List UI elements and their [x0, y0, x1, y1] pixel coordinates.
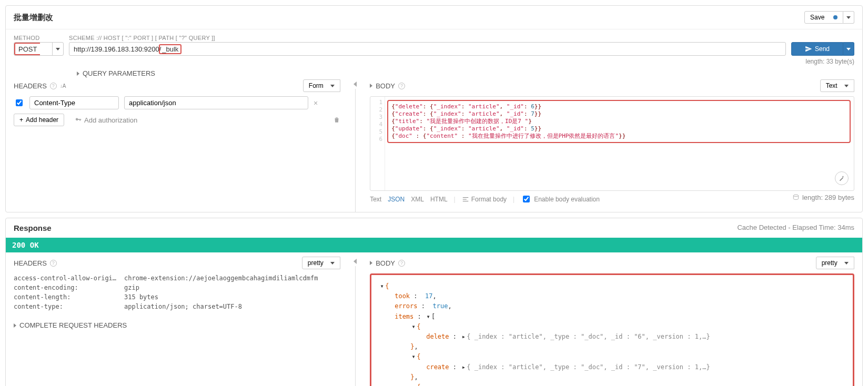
body-length-note: length: 289 bytes	[792, 194, 854, 201]
enable-eval-checkbox[interactable]	[523, 196, 530, 202]
header-enabled-checkbox[interactable]	[16, 99, 23, 106]
save-button[interactable]: Save	[804, 11, 843, 24]
pretty-label: pretty	[308, 259, 324, 267]
chevron-right-icon[interactable]	[370, 261, 372, 265]
save-button-group: Save	[804, 11, 854, 24]
svg-point-0	[793, 195, 798, 197]
resp-body-label: BODY	[376, 259, 395, 267]
header-value-input[interactable]	[124, 96, 308, 109]
save-dropdown-button[interactable]	[843, 11, 854, 24]
response-body-section: BODY ? pretty ▾{ took : 17, errors : tru…	[362, 257, 862, 386]
send-icon	[805, 45, 812, 53]
headers-label: HEADERS	[14, 82, 47, 90]
text-mode-label: Text	[826, 82, 837, 89]
help-icon[interactable]: ?	[398, 260, 405, 267]
method-label: METHOD	[14, 35, 64, 41]
request-title: 批量增删改	[14, 13, 53, 23]
tab-xml[interactable]: XML	[411, 196, 424, 203]
request-panel: 批量增删改 Save METHOD SCHEME :// HOST [ ":" …	[5, 5, 863, 212]
body-editor[interactable]: 123456 {"delete": {"_index": "article", …	[370, 96, 854, 191]
tab-text[interactable]: Text	[370, 196, 381, 203]
url-input[interactable]: http://139.196.183.130:9200/_bulk	[69, 42, 786, 56]
method-value: POST	[18, 45, 37, 53]
form-label: Form	[309, 82, 324, 89]
json-tree[interactable]: ▾{ took : 17, errors : true, items : ▾[ …	[374, 278, 851, 386]
headers-section: HEADERS ? ↓A Form × + Add header	[6, 79, 348, 212]
pretty-label: pretty	[822, 259, 837, 267]
delete-headers-button[interactable]	[333, 116, 340, 124]
help-icon[interactable]: ?	[50, 83, 57, 89]
send-label: Send	[815, 45, 830, 53]
chevron-right-icon[interactable]	[370, 84, 372, 88]
trash-icon	[333, 116, 340, 124]
method-select[interactable]: POST	[14, 42, 64, 56]
body-label: BODY	[376, 82, 395, 90]
caret-down-icon	[846, 16, 851, 19]
url-prefix-text: http://139.196.183.130:9200/	[74, 45, 161, 53]
status-bar: 200 OK	[6, 238, 862, 252]
wand-icon	[838, 175, 845, 182]
plus-icon: +	[19, 116, 23, 124]
response-headers-section: HEADERS ? pretty access-control-allow-or…	[6, 257, 348, 386]
unsaved-dot-icon	[833, 15, 837, 19]
line-gutter: 123456	[370, 97, 385, 190]
add-auth-label: Add authorization	[84, 116, 137, 124]
remove-header-icon[interactable]: ×	[314, 99, 318, 107]
response-title: Response	[14, 224, 52, 232]
database-icon	[792, 194, 800, 201]
chevron-right-icon[interactable]	[14, 323, 16, 328]
response-panel: Response Cache Detected - Elapsed Time: …	[5, 218, 863, 386]
form-mode-button[interactable]: Form	[303, 79, 340, 92]
sort-icon[interactable]: ↓A	[60, 83, 66, 89]
format-body-button[interactable]: Format body	[462, 196, 507, 203]
add-header-label: Add header	[26, 116, 58, 124]
response-body-highlight-frame: ▾{ took : 17, errors : true, items : ▾[ …	[370, 273, 854, 386]
resp-headers-label: HEADERS	[14, 259, 47, 267]
caret-down-icon	[330, 262, 335, 265]
caret-down-icon	[844, 262, 849, 265]
caret-down-icon	[330, 85, 335, 87]
header-name-input[interactable]	[29, 96, 119, 109]
help-icon[interactable]: ?	[398, 83, 405, 89]
tab-json[interactable]: JSON	[388, 196, 405, 203]
format-icon	[462, 196, 469, 203]
pane-divider[interactable]	[351, 257, 359, 386]
tab-html[interactable]: HTML	[430, 196, 448, 203]
body-view-mode-button[interactable]: pretty	[816, 257, 854, 269]
body-section: BODY ? Text 123456 {"delete": {"_index":…	[362, 79, 862, 212]
query-parameters-toggle[interactable]: QUERY PARAMETERS	[83, 69, 155, 77]
complete-headers-toggle[interactable]: COMPLETE REQUEST HEADERS	[19, 321, 127, 329]
pane-divider[interactable]	[351, 79, 359, 212]
response-meta: Cache Detected - Elapsed Time: 34ms	[737, 224, 854, 232]
header-row: ×	[14, 96, 340, 109]
body-mode-button[interactable]: Text	[820, 79, 854, 92]
key-icon	[75, 116, 82, 124]
caret-down-icon	[846, 48, 851, 50]
send-dropdown-button[interactable]	[843, 42, 854, 56]
chevron-right-icon[interactable]	[77, 72, 79, 76]
scheme-label: SCHEME :// HOST [ ":" PORT ] [ PATH [ "?…	[69, 35, 799, 41]
save-label: Save	[810, 14, 824, 21]
headers-view-mode-button[interactable]: pretty	[302, 257, 340, 269]
magic-wand-button[interactable]	[835, 171, 849, 185]
format-body-label: Format body	[471, 196, 507, 203]
caret-down-icon	[56, 48, 60, 50]
body-highlight-frame: {"delete": {"_index": "article", "_id": …	[387, 100, 851, 143]
url-length-note: length: 33 byte(s)	[14, 56, 854, 67]
collapse-left-icon[interactable]	[354, 82, 357, 87]
add-header-button[interactable]: + Add header	[14, 114, 64, 126]
enable-eval-label: Enable body evaluation	[534, 196, 600, 203]
send-button[interactable]: Send	[791, 42, 843, 56]
add-authorization-link[interactable]: Add authorization	[75, 116, 137, 124]
collapse-left-icon[interactable]	[354, 259, 357, 264]
url-highlight-text: _bulk	[159, 44, 181, 54]
help-icon[interactable]: ?	[50, 260, 57, 267]
response-headers-list: access-control-allow-origi…chrome-extens…	[14, 273, 340, 311]
caret-down-icon	[844, 85, 849, 87]
